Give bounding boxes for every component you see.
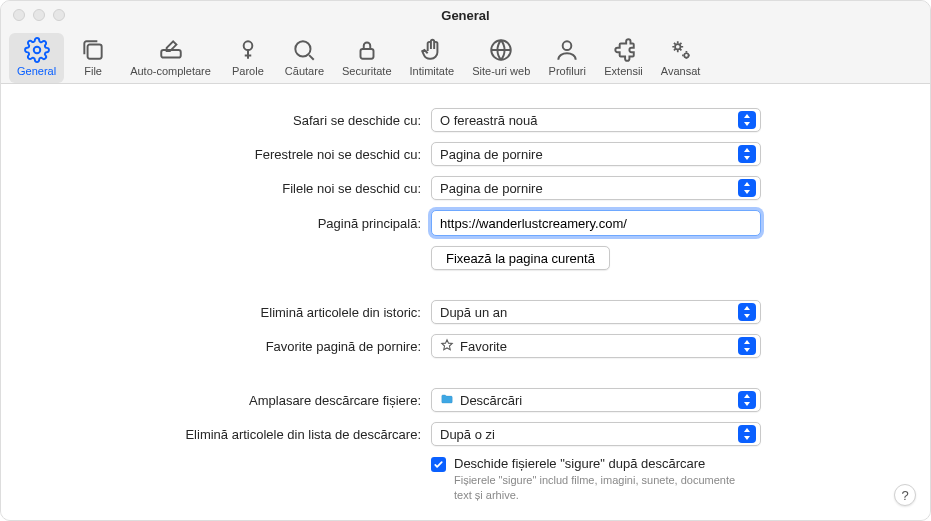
svg-rect-1 — [88, 45, 102, 59]
svg-point-9 — [684, 53, 688, 57]
search-icon — [291, 37, 317, 63]
tab-label: Avansat — [661, 65, 701, 77]
popup-remove-history[interactable]: După un an — [431, 300, 761, 324]
gears-icon — [668, 37, 694, 63]
toolbar-tabs: General File Auto-completare Parole Căut… — [1, 29, 930, 84]
puzzle-icon — [611, 37, 637, 63]
svg-rect-5 — [360, 49, 373, 59]
general-pane: Safari se deschide cu: O fereastră nouă … — [1, 84, 930, 520]
tab-label: Profiluri — [549, 65, 586, 77]
chevron-updown-icon — [738, 425, 756, 443]
tab-search[interactable]: Căutare — [277, 33, 332, 83]
zoom-button[interactable] — [53, 9, 65, 21]
help-button[interactable]: ? — [894, 484, 916, 506]
globe-icon — [488, 37, 514, 63]
chevron-updown-icon — [738, 303, 756, 321]
lock-icon — [354, 37, 380, 63]
popup-safari-opens-with[interactable]: O fereastră nouă — [431, 108, 761, 132]
star-icon — [440, 338, 454, 355]
label-remove-downloads: Elimină articolele din lista de descărca… — [41, 427, 431, 442]
tab-security[interactable]: Securitate — [334, 33, 400, 83]
popup-new-tabs-open-with[interactable]: Pagina de pornire — [431, 176, 761, 200]
window-title: General — [441, 8, 489, 23]
svg-point-0 — [33, 47, 40, 54]
tab-profiles[interactable]: Profiluri — [540, 33, 594, 83]
label-new-windows: Ferestrele noi se deschid cu: — [41, 147, 431, 162]
popup-new-windows-open-with[interactable]: Pagina de pornire — [431, 142, 761, 166]
open-safe-files-label: Deschide fișierele "sigure" după descărc… — [454, 456, 754, 471]
popup-value: Pagina de pornire — [440, 181, 738, 196]
tab-label: Intimitate — [410, 65, 455, 77]
svg-point-8 — [675, 44, 680, 49]
chevron-updown-icon — [738, 145, 756, 163]
gear-icon — [24, 37, 50, 63]
tabs-icon — [80, 37, 106, 63]
minimize-button[interactable] — [33, 9, 45, 21]
tab-autofill[interactable]: Auto-completare — [122, 33, 219, 83]
label-homepage: Pagină principală: — [41, 216, 431, 231]
close-button[interactable] — [13, 9, 25, 21]
popup-value: O fereastră nouă — [440, 113, 738, 128]
chevron-updown-icon — [738, 391, 756, 409]
tab-label: Extensii — [604, 65, 643, 77]
tab-label: Site-uri web — [472, 65, 530, 77]
svg-point-3 — [244, 41, 253, 50]
label-favorites-start: Favorite pagină de pornire: — [41, 339, 431, 354]
pencil-field-icon — [158, 37, 184, 63]
chevron-updown-icon — [738, 179, 756, 197]
tab-label: Auto-completare — [130, 65, 211, 77]
tab-advanced[interactable]: Avansat — [653, 33, 709, 83]
person-icon — [554, 37, 580, 63]
svg-point-7 — [563, 41, 572, 50]
tab-general[interactable]: General — [9, 33, 64, 83]
tab-extensions[interactable]: Extensii — [596, 33, 651, 83]
tab-label: File — [84, 65, 102, 77]
open-safe-files-checkbox[interactable] — [431, 457, 446, 472]
popup-value: După o zi — [440, 427, 738, 442]
open-safe-files-subtext: Fișierele "sigure" includ filme, imagini… — [454, 473, 754, 503]
label-new-tabs: Filele noi se deschid cu: — [41, 181, 431, 196]
hand-icon — [419, 37, 445, 63]
tab-label: Securitate — [342, 65, 392, 77]
label-remove-history: Elimină articolele din istoric: — [41, 305, 431, 320]
popup-favorites-start[interactable]: Favorite — [431, 334, 761, 358]
chevron-updown-icon — [738, 337, 756, 355]
folder-icon — [440, 392, 454, 409]
popup-download-location[interactable]: Descărcări — [431, 388, 761, 412]
tab-label: General — [17, 65, 56, 77]
tab-label: Parole — [232, 65, 264, 77]
titlebar: General — [1, 1, 930, 29]
popup-value: Favorite — [440, 338, 738, 355]
set-current-page-button[interactable]: Fixează la pagina curentă — [431, 246, 610, 270]
tab-websites[interactable]: Site-uri web — [464, 33, 538, 83]
window-controls — [13, 9, 65, 21]
tab-label: Căutare — [285, 65, 324, 77]
key-icon — [235, 37, 261, 63]
tab-passwords[interactable]: Parole — [221, 33, 275, 83]
label-safari-opens: Safari se deschide cu: — [41, 113, 431, 128]
popup-value: După un an — [440, 305, 738, 320]
chevron-updown-icon — [738, 111, 756, 129]
preferences-window: General General File Auto-completare Par… — [0, 0, 931, 521]
label-download-location: Amplasare descărcare fișiere: — [41, 393, 431, 408]
popup-value: Descărcări — [440, 392, 738, 409]
tab-privacy[interactable]: Intimitate — [402, 33, 463, 83]
popup-remove-downloads[interactable]: După o zi — [431, 422, 761, 446]
popup-value: Pagina de pornire — [440, 147, 738, 162]
svg-point-4 — [296, 41, 311, 56]
homepage-input[interactable] — [431, 210, 761, 236]
tab-file[interactable]: File — [66, 33, 120, 83]
